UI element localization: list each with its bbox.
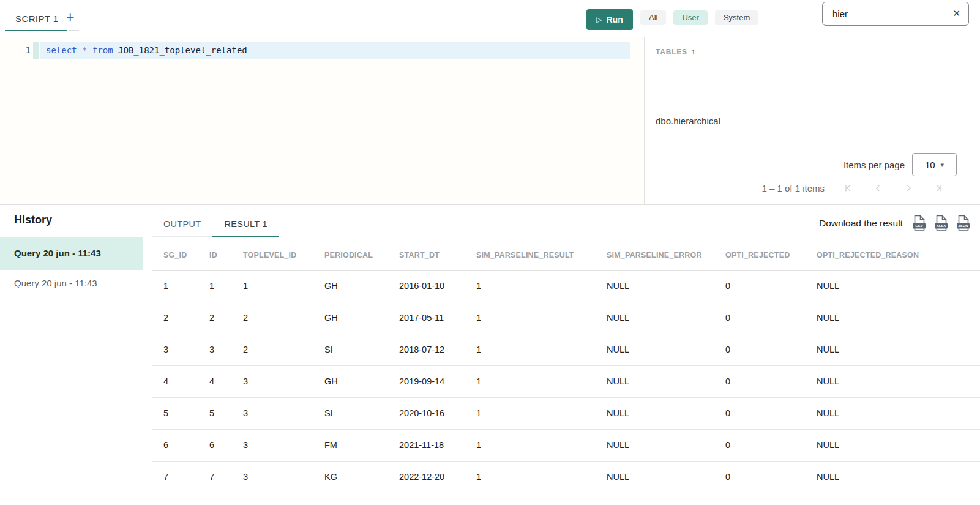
table-cell: NULL bbox=[607, 461, 725, 493]
table-row: 773KG2022-12-201NULL0NULL bbox=[152, 461, 980, 493]
column-header: TOPLEVEL_ID bbox=[243, 241, 324, 270]
previous-page-button[interactable] bbox=[862, 179, 893, 197]
table-row: 222GH2017-05-111NULL0NULL bbox=[152, 302, 980, 334]
table-cell: 2 bbox=[152, 302, 209, 334]
sql-token-identifier: JOB_1821_toplevel_related bbox=[118, 45, 247, 55]
sort-ascending-icon[interactable]: ↑ bbox=[691, 47, 696, 56]
table-cell: NULL bbox=[817, 334, 980, 365]
table-cell: 2 bbox=[243, 302, 324, 334]
run-button[interactable]: ▷ Run bbox=[586, 9, 633, 30]
divider bbox=[651, 69, 980, 69]
table-row: 332SI2018-07-121NULL0NULL bbox=[152, 334, 980, 365]
table-cell: NULL bbox=[817, 429, 980, 461]
pagination-nav bbox=[832, 179, 954, 197]
search-input[interactable] bbox=[832, 3, 946, 24]
table-cell: 1 bbox=[476, 302, 607, 334]
tab-script-1[interactable]: SCRIPT 1 bbox=[15, 13, 58, 24]
tables-panel: TABLES↑ dbo.hierarchical Items per page … bbox=[644, 37, 980, 204]
table-cell: NULL bbox=[607, 270, 725, 302]
table-cell: 2 bbox=[243, 334, 324, 365]
table-cell: KG bbox=[324, 461, 399, 493]
plus-icon: + bbox=[66, 9, 74, 25]
table-cell: 2020-10-16 bbox=[399, 397, 476, 429]
table-list-item[interactable]: dbo.hierarchical bbox=[645, 105, 980, 137]
results-section: OUTPUTRESULT 1 Download the result CSVXL… bbox=[152, 205, 980, 493]
table-cell: 4 bbox=[209, 365, 243, 397]
column-header: OPTI_REJECTED bbox=[725, 241, 817, 270]
csv-file-icon[interactable]: CSV bbox=[912, 215, 926, 231]
history-list: Query 20 jun - 11:43Query 20 jun - 11:43 bbox=[0, 237, 143, 297]
sql-editor[interactable]: 1 select * from JOB_1821_toplevel_relate… bbox=[0, 37, 644, 204]
sql-token-keyword: select bbox=[46, 45, 82, 55]
xlsx-file-icon[interactable]: XLSX bbox=[934, 215, 948, 231]
filter-all-button[interactable]: All bbox=[640, 10, 666, 25]
tab-result-1[interactable]: RESULT 1 bbox=[212, 211, 279, 237]
chevron-right-icon bbox=[904, 184, 913, 193]
editor-line-1: 1 select * from JOB_1821_toplevel_relate… bbox=[0, 42, 630, 59]
table-cell: 0 bbox=[725, 365, 817, 397]
items-per-page-select[interactable]: 10 ▾ bbox=[912, 153, 957, 176]
column-header: SIM_PARSELINE_RESULT bbox=[476, 241, 607, 270]
table-cell: 4 bbox=[152, 365, 209, 397]
history-title: History bbox=[0, 205, 143, 226]
json-file-icon[interactable]: JSON bbox=[956, 215, 970, 231]
table-cell: 3 bbox=[243, 365, 324, 397]
active-tab-underline bbox=[5, 30, 67, 31]
table-cell: 2 bbox=[209, 302, 243, 334]
filter-user-button[interactable]: User bbox=[673, 10, 707, 25]
first-page-icon bbox=[843, 184, 852, 193]
table-cell: NULL bbox=[817, 302, 980, 334]
tab-output[interactable]: OUTPUT bbox=[152, 211, 212, 237]
table-cell: NULL bbox=[817, 397, 980, 429]
items-per-page-label: Items per page bbox=[843, 160, 905, 170]
table-cell: 3 bbox=[243, 429, 324, 461]
last-page-icon bbox=[935, 184, 944, 193]
table-cell: 2016-01-10 bbox=[399, 270, 476, 302]
table-cell: 2018-07-12 bbox=[399, 334, 476, 365]
items-per-page-row: Items per page 10 ▾ bbox=[843, 153, 957, 176]
tab-underline-rest bbox=[69, 30, 79, 31]
table-cell: 1 bbox=[209, 270, 243, 302]
table-cell: GH bbox=[324, 270, 399, 302]
filter-system-button[interactable]: System bbox=[715, 10, 758, 25]
tables-header-label: TABLES bbox=[656, 48, 687, 56]
column-header: START_DT bbox=[399, 241, 476, 270]
table-cell: SI bbox=[324, 334, 399, 365]
history-item[interactable]: Query 20 jun - 11:43 bbox=[0, 270, 143, 297]
table-cell: 0 bbox=[725, 429, 817, 461]
history-panel: History Query 20 jun - 11:43Query 20 jun… bbox=[0, 205, 143, 297]
chevron-left-icon bbox=[873, 184, 883, 193]
table-cell: NULL bbox=[817, 461, 980, 493]
result-table: SG_IDIDTOPLEVEL_IDPERIODICALSTART_DTSIM_… bbox=[152, 241, 980, 493]
table-cell: 0 bbox=[725, 270, 817, 302]
table-cell: NULL bbox=[607, 397, 725, 429]
download-area: Download the result CSVXLSXJSON bbox=[819, 205, 970, 241]
table-cell: 3 bbox=[243, 461, 324, 493]
table-cell: 1 bbox=[476, 397, 607, 429]
table-cell: NULL bbox=[607, 302, 725, 334]
table-cell: 0 bbox=[725, 302, 817, 334]
table-search-box: ✕ bbox=[822, 2, 969, 26]
sql-token-keyword: from bbox=[92, 45, 118, 55]
results-toolbar: OUTPUTRESULT 1 Download the result CSVXL… bbox=[152, 205, 980, 241]
next-page-button[interactable] bbox=[893, 179, 924, 197]
table-row: 553SI2020-10-161NULL0NULL bbox=[152, 397, 980, 429]
clear-search-icon[interactable]: ✕ bbox=[952, 8, 960, 19]
first-page-button[interactable] bbox=[832, 179, 862, 197]
table-cell: 3 bbox=[243, 397, 324, 429]
add-script-tab-button[interactable]: + bbox=[66, 10, 74, 24]
items-per-page-value: 10 bbox=[925, 160, 935, 170]
active-line-marker bbox=[33, 42, 39, 59]
history-item[interactable]: Query 20 jun - 11:43 bbox=[0, 237, 143, 270]
table-header-row: SG_IDIDTOPLEVEL_IDPERIODICALSTART_DTSIM_… bbox=[152, 241, 980, 270]
last-page-button[interactable] bbox=[924, 179, 954, 197]
tables-list: dbo.hierarchical bbox=[645, 105, 980, 137]
table-cell: 1 bbox=[476, 461, 607, 493]
table-cell: 1 bbox=[243, 270, 324, 302]
table-cell: 6 bbox=[209, 429, 243, 461]
table-cell: 1 bbox=[476, 429, 607, 461]
table-cell: 3 bbox=[152, 334, 209, 365]
tables-panel-header: TABLES↑ bbox=[656, 47, 696, 56]
table-cell: GH bbox=[324, 365, 399, 397]
column-header: SG_ID bbox=[152, 241, 209, 270]
